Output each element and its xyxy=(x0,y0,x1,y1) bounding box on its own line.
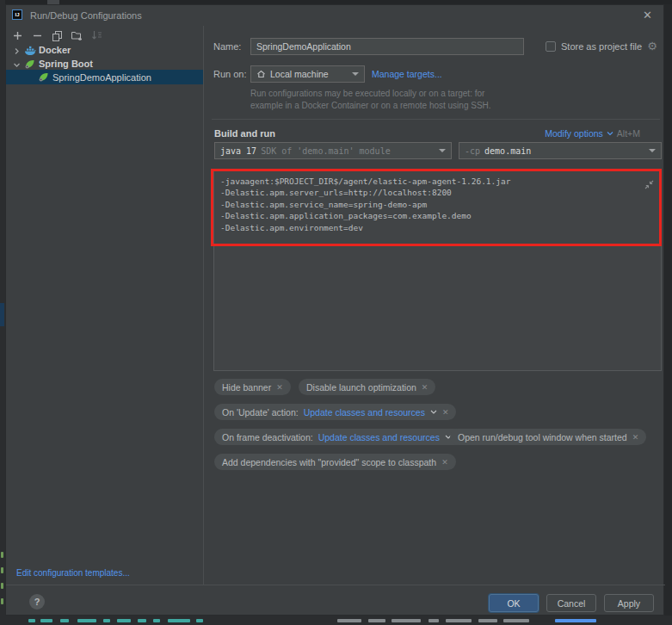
tree-item-docker[interactable]: Docker xyxy=(6,43,203,57)
pill-disable-launch-optimization: Disable launch optimization ✕ xyxy=(299,379,435,395)
tree-item-springdemoapplication[interactable]: SpringDemoApplication xyxy=(6,70,203,84)
console-text-fragment xyxy=(428,619,439,622)
dialog-title: Run/Debug Configurations xyxy=(30,10,142,21)
dialog-titlebar[interactable]: IJ Run/Debug Configurations ✕ xyxy=(6,5,663,26)
collapse-field-icon[interactable] xyxy=(644,176,654,193)
pill-open-tool-window: Open run/debug tool window when started … xyxy=(450,429,646,445)
chevron-down-icon xyxy=(649,149,656,152)
chevron-down-icon xyxy=(352,72,359,76)
console-text-fragment xyxy=(337,619,361,622)
console-text-fragment xyxy=(60,619,69,622)
remove-option-icon[interactable]: ✕ xyxy=(442,408,449,417)
console-text-fragment xyxy=(503,619,529,622)
chevron-right-icon[interactable] xyxy=(13,46,21,54)
name-input-value: SpringDemoApplication xyxy=(256,41,351,52)
classpath-module: demo.main xyxy=(484,146,531,156)
modify-options-link[interactable]: Modify options xyxy=(545,128,603,139)
chevron-down-icon[interactable] xyxy=(607,131,613,136)
vm-option-line: -Delastic.apm.application_packages=com.e… xyxy=(220,210,472,221)
panel-divider[interactable] xyxy=(203,26,204,585)
copy-configuration-icon[interactable] xyxy=(51,29,63,41)
remove-option-icon[interactable]: ✕ xyxy=(632,433,639,442)
spring-boot-run-config-icon xyxy=(38,71,50,83)
pill-add-provided-dependencies: Add dependencies with "provided" scope t… xyxy=(214,454,456,470)
name-input[interactable]: SpringDemoApplication xyxy=(250,38,524,55)
tree-item-label: Docker xyxy=(39,45,71,55)
remove-option-icon[interactable]: ✕ xyxy=(441,458,448,467)
vm-option-line: -javaagent:$PROJECT_DIR$/agent/elastic-a… xyxy=(220,176,510,187)
manage-targets-link[interactable]: Manage targets... xyxy=(372,69,442,79)
console-text-fragment xyxy=(446,619,472,622)
console-text-fragment xyxy=(77,619,96,622)
vm-option-line: -Delastic.apm.server_urls=http://localho… xyxy=(220,187,452,198)
edit-configuration-templates-link[interactable]: Edit configuration templates... xyxy=(16,568,130,578)
pill-label: On 'Update' action: xyxy=(222,407,299,418)
chevron-down-icon xyxy=(439,149,446,152)
store-as-project-file-row: Store as project file ⚙ xyxy=(546,38,657,55)
sort-configurations-icon[interactable] xyxy=(90,29,102,41)
pill-label: On frame deactivation: xyxy=(222,432,313,442)
gear-icon[interactable]: ⚙ xyxy=(647,41,657,52)
add-configuration-icon[interactable] xyxy=(11,29,23,41)
pill-label: Open run/debug tool window when started xyxy=(458,432,627,442)
dialog-buttons: OK Cancel Apply xyxy=(6,594,654,612)
ok-button[interactable]: OK xyxy=(489,594,539,612)
cancel-button[interactable]: Cancel xyxy=(546,594,596,612)
pill-value-dropdown[interactable]: Update classes and resources xyxy=(318,432,440,442)
background-text-fragment xyxy=(1,567,3,573)
store-as-project-file-checkbox[interactable] xyxy=(546,41,556,52)
console-text-fragment xyxy=(478,619,497,622)
console-text-fragment xyxy=(138,619,146,622)
pill-label: Hide banner xyxy=(222,382,271,393)
background-text-fragment xyxy=(1,598,3,604)
background-stripe-highlight xyxy=(0,303,4,326)
screen: IJ Run/Debug Configurations ✕ xyxy=(0,0,672,625)
remove-option-icon[interactable]: ✕ xyxy=(276,383,283,392)
remove-configuration-icon[interactable] xyxy=(31,29,43,41)
pill-label: Add dependencies with "provided" scope t… xyxy=(222,457,436,467)
classpath-flag: -cp xyxy=(465,146,480,156)
background-text-fragment xyxy=(1,583,3,589)
modify-options-shortcut: Alt+M xyxy=(617,128,640,139)
console-link-fragment xyxy=(555,619,596,622)
new-folder-icon[interactable] xyxy=(71,29,83,41)
jdk-select-value: java 17 xyxy=(220,146,256,156)
tree-item-spring-boot[interactable]: Spring Boot xyxy=(6,57,203,71)
background-console-strip xyxy=(0,616,672,625)
jdk-select[interactable]: java 17 SDK of 'demo.main' module xyxy=(214,142,452,159)
jdk-select-description: SDK of 'demo.main' module xyxy=(261,146,391,156)
pill-on-update-action: On 'Update' action: Update classes and r… xyxy=(214,404,456,420)
chevron-down-icon[interactable] xyxy=(13,60,21,68)
docker-icon xyxy=(24,45,36,56)
intellij-logo-icon: IJ xyxy=(12,9,22,20)
console-text-fragment xyxy=(368,619,385,622)
vm-option-line: -Delastic.apm.environment=dev xyxy=(220,222,363,233)
pill-label: Disable launch optimization xyxy=(306,382,416,393)
console-text-fragment xyxy=(117,619,131,622)
run-on-value: Local machine xyxy=(270,69,329,79)
close-icon[interactable]: ✕ xyxy=(643,9,652,22)
console-text-fragment xyxy=(391,619,421,622)
pill-value-dropdown[interactable]: Update classes and resources xyxy=(304,407,425,418)
spring-boot-icon xyxy=(24,59,36,70)
tree-item-label: Spring Boot xyxy=(39,59,93,69)
run-debug-configurations-dialog: IJ Run/Debug Configurations ✕ xyxy=(5,4,664,616)
remove-option-icon[interactable]: ✕ xyxy=(422,383,428,392)
chevron-down-icon[interactable] xyxy=(430,410,437,414)
classpath-select[interactable]: -cp demo.main xyxy=(459,142,662,159)
footer-separator xyxy=(6,585,665,585)
pill-on-frame-deactivation: On frame deactivation: Update classes an… xyxy=(214,429,471,445)
console-text-fragment xyxy=(40,619,52,622)
store-as-project-file-label: Store as project file xyxy=(561,41,642,52)
vm-options-editor[interactable]: -javaagent:$PROJECT_DIR$/agent/elastic-a… xyxy=(213,170,662,371)
run-on-help-line1: Run configurations may be executed local… xyxy=(250,88,484,100)
build-and-run-title: Build and run xyxy=(214,128,275,139)
configurations-toolbar xyxy=(11,28,102,42)
section-separator xyxy=(212,119,660,120)
run-on-select[interactable]: Local machine xyxy=(250,65,365,83)
run-on-label: Run on: xyxy=(213,69,247,79)
vm-option-line: -Delastic.apm.service_name=spring-demo-a… xyxy=(220,199,427,210)
apply-button[interactable]: Apply xyxy=(604,594,654,612)
run-on-help-line2: example in a Docker Container or on a re… xyxy=(250,100,491,112)
console-text-fragment xyxy=(168,619,190,622)
